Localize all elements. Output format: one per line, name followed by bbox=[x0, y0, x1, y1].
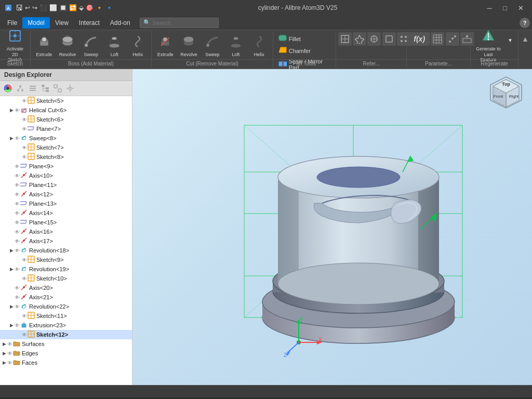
sweep-cut-button[interactable]: Sweep bbox=[201, 32, 224, 59]
tree-item-axis21[interactable]: 👁Axis<21> bbox=[0, 292, 132, 302]
activate-2d-sketch-button[interactable]: Activate2D Sketch bbox=[2, 32, 28, 59]
visibility-icon-sketch10[interactable]: 👁 bbox=[22, 276, 27, 282]
tree-item-edges[interactable]: ▶👁Edges bbox=[0, 349, 132, 358]
extrude-cut-button[interactable]: Extrude bbox=[154, 32, 177, 59]
maximize-button[interactable]: □ bbox=[498, 3, 512, 13]
visibility-icon-edges[interactable]: 👁 bbox=[7, 351, 12, 356]
visibility-icon-sketch9[interactable]: 👁 bbox=[22, 257, 27, 263]
search-box[interactable]: 🔍 bbox=[140, 18, 219, 28]
extrude-boss-button[interactable]: Extrude bbox=[33, 32, 56, 59]
visibility-icon-axis20[interactable]: 👁 bbox=[15, 285, 20, 291]
tb-icon7[interactable]: 🔁 bbox=[69, 4, 77, 11]
tb-icon2[interactable]: ↩ bbox=[25, 4, 30, 11]
visibility-icon-sketch11[interactable]: 👁 bbox=[22, 313, 27, 319]
loft-boss-button[interactable]: Loft bbox=[103, 32, 126, 59]
tree-item-revolution22[interactable]: ▶👁Revolution<22> bbox=[0, 302, 132, 311]
chamfer-button[interactable]: Chamfer bbox=[275, 45, 314, 56]
ref-tool-4[interactable] bbox=[382, 32, 396, 46]
tree-item-axis17[interactable]: 👁Axis<17> bbox=[0, 236, 132, 246]
tb-icon4[interactable]: ⬛ bbox=[39, 4, 47, 11]
tree-item-axis20[interactable]: 👁Axis<20> bbox=[0, 283, 132, 292]
visibility-icon-axis17[interactable]: 👁 bbox=[15, 238, 20, 244]
loft-cut-button[interactable]: Loft bbox=[224, 32, 247, 59]
tree-item-plane11[interactable]: 👁Plane<11> bbox=[0, 180, 132, 190]
regen-dropdown[interactable]: ▼ bbox=[504, 34, 516, 46]
param-tool-2[interactable] bbox=[431, 32, 444, 46]
tree-item-plane7[interactable]: 👁Plane<7> bbox=[0, 124, 132, 134]
visibility-icon-helical-cut6[interactable]: 👁 bbox=[15, 108, 20, 113]
tree-item-plane9[interactable]: 👁Plane<9> bbox=[0, 162, 132, 171]
de-tool-settings[interactable] bbox=[64, 83, 76, 94]
tree-item-sketch5[interactable]: 👁Sketch<5> bbox=[0, 96, 132, 105]
tree-item-sketch9[interactable]: 👁Sketch<9> bbox=[0, 255, 132, 264]
visibility-icon-plane9[interactable]: 👁 bbox=[15, 164, 20, 169]
visibility-icon-axis10[interactable]: 👁 bbox=[15, 173, 20, 179]
de-tool-node[interactable] bbox=[15, 83, 26, 94]
visibility-icon-axis21[interactable]: 👁 bbox=[15, 295, 20, 300]
toolbar-collapse-button[interactable]: ▲ bbox=[520, 33, 531, 45]
visibility-icon-sketch6[interactable]: 👁 bbox=[22, 117, 27, 123]
3d-viewport[interactable]: Top Right Front bbox=[132, 69, 532, 385]
close-button[interactable]: ✕ bbox=[513, 3, 528, 13]
de-tool-fit[interactable] bbox=[52, 83, 63, 94]
fillet-button[interactable]: Fillet bbox=[275, 33, 304, 44]
tree-item-faces[interactable]: ▶👁Faces bbox=[0, 358, 132, 367]
helix-cut-button[interactable]: Helix bbox=[248, 32, 271, 59]
visibility-icon-revolution18[interactable]: 👁 bbox=[15, 248, 20, 254]
visibility-icon-plane11[interactable]: 👁 bbox=[15, 182, 20, 188]
tree-item-axis10[interactable]: 👁Axis<10> bbox=[0, 171, 132, 180]
sweep-boss-button[interactable]: Sweep bbox=[79, 32, 102, 59]
helix-boss-button[interactable]: Helix bbox=[126, 32, 149, 59]
menu-view[interactable]: View bbox=[50, 17, 74, 29]
tree-item-sketch10[interactable]: 👁Sketch<10> bbox=[0, 274, 132, 283]
visibility-icon-axis16[interactable]: 👁 bbox=[15, 229, 20, 235]
tree-item-sketch6[interactable]: 👁Sketch<6> bbox=[0, 115, 132, 124]
de-tool-tree[interactable] bbox=[39, 83, 51, 94]
tb-icon1[interactable]: 🖫 bbox=[16, 4, 23, 12]
de-color-wheel[interactable] bbox=[2, 83, 14, 94]
tree-item-revolution18[interactable]: ▶👁Revolution<18> bbox=[0, 246, 132, 255]
tb-icon10[interactable]: 🔸 bbox=[96, 4, 103, 11]
help-button[interactable]: ? bbox=[520, 18, 530, 28]
menu-interact[interactable]: Interact bbox=[74, 17, 105, 29]
visibility-icon-extrusion23[interactable]: 👁 bbox=[15, 323, 20, 328]
visibility-icon-surfaces[interactable]: 👁 bbox=[7, 341, 12, 347]
visibility-icon-faces[interactable]: 👁 bbox=[7, 360, 12, 366]
tree-item-sketch7[interactable]: 👁Sketch<7> bbox=[0, 143, 132, 152]
tb-icon5[interactable]: ⬜ bbox=[49, 4, 57, 11]
tree-item-extrusion23[interactable]: ▶👁Extrusion<23> bbox=[0, 321, 132, 330]
tree-item-sketch8[interactable]: 👁Sketch<8> bbox=[0, 152, 132, 162]
design-explorer-tree[interactable]: 👁Sketch<5>▶👁Helical Cut<6>👁Sketch<6>👁Pla… bbox=[0, 96, 132, 385]
tb-icon3[interactable]: ↪ bbox=[32, 4, 37, 11]
visibility-icon-revolution22[interactable]: 👁 bbox=[15, 304, 20, 310]
visibility-icon-plane7[interactable]: 👁 bbox=[22, 126, 27, 132]
visibility-icon-sketch7[interactable]: 👁 bbox=[22, 145, 27, 151]
menu-addon[interactable]: Add-on bbox=[105, 17, 136, 29]
visibility-icon-revolution19[interactable]: 👁 bbox=[15, 267, 20, 272]
tree-item-surfaces[interactable]: ▶👁Surfaces bbox=[0, 339, 132, 349]
tree-item-plane15[interactable]: 👁Plane<15> bbox=[0, 218, 132, 227]
visibility-icon-sweep8[interactable]: 👁 bbox=[15, 136, 20, 141]
tree-item-axis12[interactable]: 👁Axis<12> bbox=[0, 190, 132, 199]
tb-icon8[interactable]: ⬙ bbox=[79, 4, 84, 11]
ref-tool-2[interactable] bbox=[353, 32, 366, 46]
menu-file[interactable]: File bbox=[2, 17, 22, 29]
de-tool-list[interactable] bbox=[27, 83, 38, 94]
tree-item-axis16[interactable]: 👁Axis<16> bbox=[0, 227, 132, 236]
tree-item-sketch11[interactable]: 👁Sketch<11> bbox=[0, 311, 132, 321]
visibility-icon-axis12[interactable]: 👁 bbox=[15, 192, 20, 197]
tree-item-sweep8[interactable]: ▶👁Sweep<8> bbox=[0, 134, 132, 143]
equation-editor-button[interactable]: f(x) bbox=[409, 32, 430, 46]
visibility-icon-sketch5[interactable]: 👁 bbox=[22, 98, 27, 104]
tree-item-helical-cut6[interactable]: ▶👁Helical Cut<6> bbox=[0, 105, 132, 115]
visibility-icon-sketch8[interactable]: 👁 bbox=[22, 154, 27, 160]
menu-model[interactable]: Model bbox=[22, 17, 50, 29]
tb-icon6[interactable]: 🔲 bbox=[59, 4, 67, 11]
tree-item-axis14[interactable]: 👁Axis<14> bbox=[0, 208, 132, 218]
tree-item-revolution19[interactable]: ▶👁Revolution<19> bbox=[0, 264, 132, 274]
visibility-icon-plane15[interactable]: 👁 bbox=[15, 220, 20, 225]
revolve-cut-button[interactable]: Revolve bbox=[177, 32, 201, 59]
ref-tool-3[interactable] bbox=[367, 32, 381, 46]
minimize-button[interactable]: ─ bbox=[482, 3, 497, 13]
generate-last-feature-button[interactable]: Generate toLast Feature bbox=[473, 32, 504, 59]
